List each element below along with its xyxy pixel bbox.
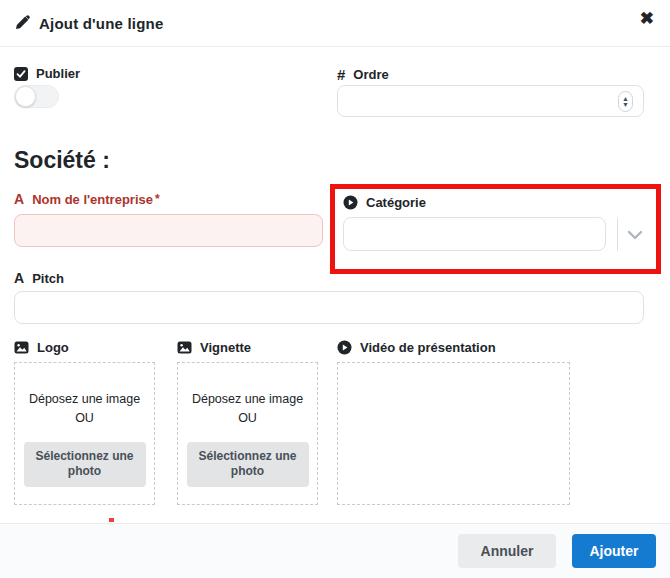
- logo-label-text: Logo: [37, 340, 69, 355]
- pencil-icon: [14, 15, 30, 31]
- play-circle-icon: [337, 340, 352, 355]
- play-circle-icon: [343, 195, 358, 210]
- order-label-text: Ordre: [353, 67, 388, 82]
- select-divider: [617, 218, 618, 251]
- dropzone-or-text: OU: [238, 409, 257, 428]
- category-label-text: Catégorie: [366, 195, 426, 210]
- toggle-knob: [15, 86, 36, 107]
- logo-dropzone[interactable]: Déposez une image OU Sélectionnez une ph…: [14, 362, 155, 505]
- publish-label: Publier: [14, 66, 80, 81]
- select-photo-button[interactable]: Sélectionnez une photo: [187, 442, 309, 487]
- modal-header: Ajout d'une ligne: [0, 0, 670, 47]
- close-icon[interactable]: ✖: [640, 10, 654, 27]
- publish-toggle[interactable]: [14, 85, 59, 108]
- add-line-modal: Ajout d'une ligne ✖ Publier # Ordre ▲ ▼ …: [0, 0, 670, 578]
- cropped-red-text-fragment: [109, 518, 114, 522]
- video-dropzone[interactable]: [337, 362, 570, 505]
- dropzone-or-text: OU: [75, 409, 94, 428]
- order-label: # Ordre: [337, 66, 389, 83]
- image-icon: [177, 340, 192, 355]
- chevron-down-icon[interactable]: [624, 224, 646, 246]
- company-name-label-text: Nom de l'entreprise*: [32, 192, 160, 207]
- section-heading: Société :: [14, 147, 110, 174]
- dropzone-text: Déposez une image: [192, 390, 303, 409]
- text-field-icon: A: [14, 191, 24, 207]
- number-stepper[interactable]: ▲ ▼: [618, 91, 633, 112]
- stepper-down-icon: ▼: [622, 102, 629, 108]
- pitch-label: A Pitch: [14, 270, 64, 286]
- company-name-label: A Nom de l'entreprise*: [14, 191, 160, 207]
- vignette-label: Vignette: [177, 340, 251, 355]
- modal-title: Ajout d'une ligne: [39, 15, 163, 32]
- text-field-icon: A: [14, 270, 24, 286]
- video-label-text: Vidéo de présentation: [360, 340, 496, 355]
- vignette-dropzone[interactable]: Déposez une image OU Sélectionnez une ph…: [177, 362, 318, 505]
- dropzone-text: Déposez une image: [29, 390, 140, 409]
- order-input[interactable]: [337, 85, 644, 117]
- pitch-label-text: Pitch: [32, 271, 64, 286]
- add-button[interactable]: Ajouter: [572, 534, 656, 568]
- modal-footer: Annuler Ajouter: [0, 523, 670, 578]
- pitch-input[interactable]: [14, 291, 644, 324]
- image-icon: [14, 340, 29, 355]
- required-asterisk: *: [155, 192, 160, 206]
- category-input[interactable]: [343, 217, 606, 251]
- select-photo-button[interactable]: Sélectionnez une photo: [24, 442, 146, 487]
- publish-label-text: Publier: [36, 66, 80, 81]
- company-name-input[interactable]: [14, 214, 323, 247]
- checkbox-checked-icon[interactable]: [14, 67, 28, 81]
- video-label: Vidéo de présentation: [337, 340, 496, 355]
- hash-icon: #: [337, 66, 345, 83]
- logo-label: Logo: [14, 340, 69, 355]
- category-label: Catégorie: [343, 195, 426, 210]
- vignette-label-text: Vignette: [200, 340, 251, 355]
- cancel-button[interactable]: Annuler: [458, 534, 556, 568]
